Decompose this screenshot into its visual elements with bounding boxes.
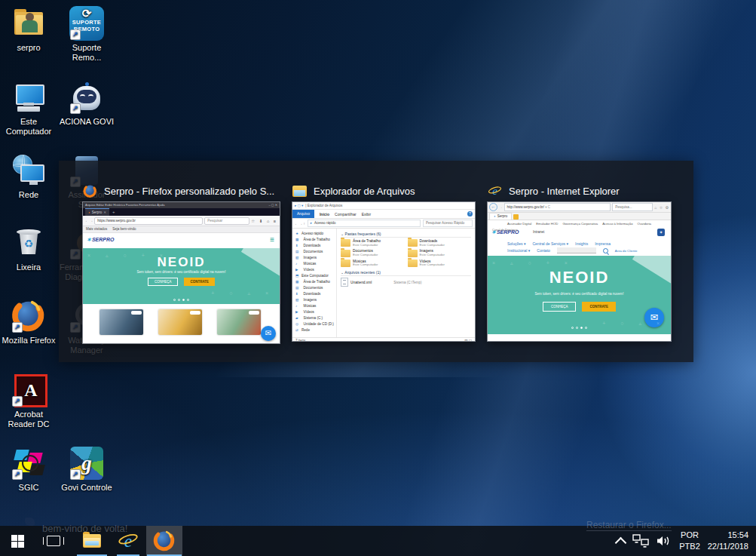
ie-toolbar-icons[interactable]: ⌂ ☆ ⚙ [654,205,669,210]
taskbar-firefox[interactable] [146,526,182,556]
bookmark-item[interactable]: Seja bem-vindo [112,226,136,232]
explorer-sidebar-item[interactable]: ♪ Músicas [292,261,336,267]
site-search-input[interactable] [557,247,596,253]
folder-tile[interactable]: Área de TrabalhoEste Computador [341,239,405,247]
folder-tile[interactable]: VídeosEste Computador [408,260,472,267]
new-tab-button[interactable] [513,214,519,220]
area-do-cliente-link[interactable]: Área do Cliente [615,249,638,253]
carousel-dots[interactable] [488,327,671,329]
canal-denuncia-link[interactable]: Canal de Denúncia [492,228,518,232]
explorer-sidebar-item[interactable]: ⬇ Downloads [292,243,336,249]
ribbon-tab[interactable]: Exibir [362,212,372,217]
start-button[interactable] [0,526,35,556]
folder-tile[interactable]: ImagensEste Computador [408,249,472,256]
desktop-icon-lixeira[interactable]: ♻ Lixeira [1,226,57,272]
network-icon[interactable] [632,534,649,548]
utility-nav-link[interactable]: Acesso à Informação [602,222,632,226]
bookmark-item[interactable]: Mais visitados [86,226,107,232]
news-photo[interactable] [217,309,261,335]
folder-tile[interactable]: DocumentosEste Computador [341,249,405,256]
chat-email-button[interactable]: ✉ [644,308,664,327]
explorer-sidebar-item[interactable]: ▶ Vídeos [292,267,336,273]
ribbon-tab[interactable]: Início [320,212,329,217]
explorer-sidebar-item[interactable]: ▦ Área de Trabalho [292,237,336,243]
address-breadcrumb[interactable]: ▸Acesso rápido [308,220,421,227]
show-hidden-icons-chevron[interactable] [615,536,627,548]
nav-link[interactable]: Soluções ▾ [507,241,525,246]
volume-icon[interactable] [657,535,672,547]
explorer-sidebar-item[interactable]: ⬇ Downloads [292,291,336,297]
view-toggle-icons[interactable]: ▤ ▢ [464,338,472,341]
explorer-search-box[interactable]: Pesquisar Acesso Rápido [423,220,473,227]
magnifier-icon[interactable] [603,248,608,253]
new-tab-button[interactable]: + [112,209,115,216]
utility-nav-link[interactable]: Emulador HOD [536,222,558,226]
browser-tab[interactable]: ◗Serpro✕ [85,208,109,216]
utility-nav-link[interactable]: Ouvidoria [638,222,651,226]
folder-tile[interactable]: MúsicasEste Computador [341,260,405,267]
section-header-recent[interactable]: ⌄ Arquivos recentes (1) [341,270,471,276]
explorer-sidebar-item[interactable]: ★Acesso rápido [292,231,336,237]
explorer-sidebar-item[interactable]: ▧ Imagens [292,255,336,261]
explorer-sidebar-item[interactable]: ▤ Documentos [292,285,336,291]
contrate-button[interactable]: CONTRATE [582,302,616,312]
ie-search-box[interactable]: Pesquisa... [612,203,653,211]
help-icon[interactable]: ? [467,211,473,217]
toolbar-icons[interactable]: ☆ ⬇ ⌂ ≡ [251,219,277,223]
folder-tile[interactable]: DownloadsEste Computador [408,239,472,247]
hamburger-icon[interactable]: ≡ [270,236,274,244]
carousel-dots[interactable] [83,299,280,301]
conheca-button[interactable]: CONHEÇA [148,278,179,286]
explorer-sidebar-item[interactable]: ▰ Sistema (C:) [292,315,336,321]
nav-arrows[interactable]: ← → [85,219,93,223]
desktop-icon-este-computador[interactable]: Este Computador [1,80,57,137]
utility-nav-link[interactable]: Governança Corporativa [562,222,598,226]
intranet-link[interactable]: Intranet [533,230,544,234]
ribbon-tab[interactable]: Compartilhar [335,212,357,217]
recent-file-row[interactable]: Unattend.xml Sistema (C:\Temp) [341,278,471,287]
back-button[interactable]: ← [489,203,497,211]
nav-link[interactable]: Central de Serviços ▾ [532,241,568,246]
clock[interactable]: 15:5422/11/2018 [708,530,748,552]
chat-email-button[interactable]: ✉ [261,326,276,341]
search-box[interactable]: Pesquisar [204,217,249,225]
explorer-sidebar-item[interactable]: ◎ Unidade de CD (D:) [292,321,336,327]
explorer-sidebar-item[interactable]: ⇄Rede [292,327,336,333]
desktop-icon-serpro[interactable]: serpro [1,6,57,53]
preview-firefox-window[interactable]: Arquivo Editar Exibir Histórico Favorito… [83,202,280,343]
explorer-sidebar-item[interactable]: ▦ Área de Trabalho [292,279,336,285]
nav-link[interactable]: Contato [537,248,550,253]
accessibility-icon[interactable]: ✦ [657,229,665,236]
preview-explorer-window[interactable]: ▸ ▢ ▾| Explorador de Arquivos Arquivo In… [292,202,475,341]
section-header-folders[interactable]: ⌄ Pastas frequentes (6) [341,232,471,238]
language-indicator[interactable]: PORPTB2 [679,530,700,552]
url-bar[interactable]: https://www.serpro.gov.br [94,217,203,225]
conheca-button[interactable]: CONHEÇA [543,302,577,312]
desktop-icon-acrobat[interactable]: A ↗ Acrobat Reader DC [1,373,57,429]
nav-link[interactable]: Institucional ▾ [507,248,530,253]
desktop-icon-govi-controle[interactable]: g ↗ Govi Controle [59,446,115,493]
desktop-icon-rede[interactable]: Rede [1,153,57,200]
nav-link[interactable]: Imprensa [595,241,611,246]
ie-tab[interactable]: ◗Serpro [489,213,512,220]
nav-arrows[interactable]: ← → ↑ [295,222,305,226]
desktop-icon-aciona-govi[interactable]: ↗ ACIONA GOVI [59,80,115,127]
ribbon-file-tab[interactable]: Arquivo [292,210,314,218]
quick-access-toolbar[interactable]: ▸ ▢ ▾ [295,202,303,209]
desktop-icon-firefox[interactable]: ↗ Mozilla Firefox [1,299,57,346]
news-photo[interactable] [158,309,202,335]
explorer-sidebar-item[interactable]: ♪ Músicas [292,303,336,309]
nav-link[interactable]: Insights [575,241,588,246]
window-controls[interactable]: – ▢ ✕ [268,202,277,208]
explorer-sidebar-item[interactable]: ▤ Documentos [292,249,336,255]
explorer-sidebar-item[interactable]: ▶ Vídeos [292,309,336,315]
preview-ie-window[interactable]: ← → http://www.serpro.gov.br/ ▾ C Pesqui… [488,202,671,341]
ie-url-bar[interactable]: http://www.serpro.gov.br/ ▾ C [504,203,611,211]
news-photo[interactable] [99,309,143,335]
utility-nav-link[interactable]: Assinador Digital [507,222,531,226]
forward-button[interactable]: → [499,205,503,209]
explorer-sidebar-item[interactable]: ▧ Imagens [292,297,336,303]
contrate-button[interactable]: CONTRATE [184,278,215,286]
explorer-sidebar-item[interactable]: ⬒Este Computador [292,273,336,279]
desktop-icon-suporte-remoto[interactable]: ⟳ SUPORTEREMOTO ↗ Suporte Remo... [59,6,115,63]
